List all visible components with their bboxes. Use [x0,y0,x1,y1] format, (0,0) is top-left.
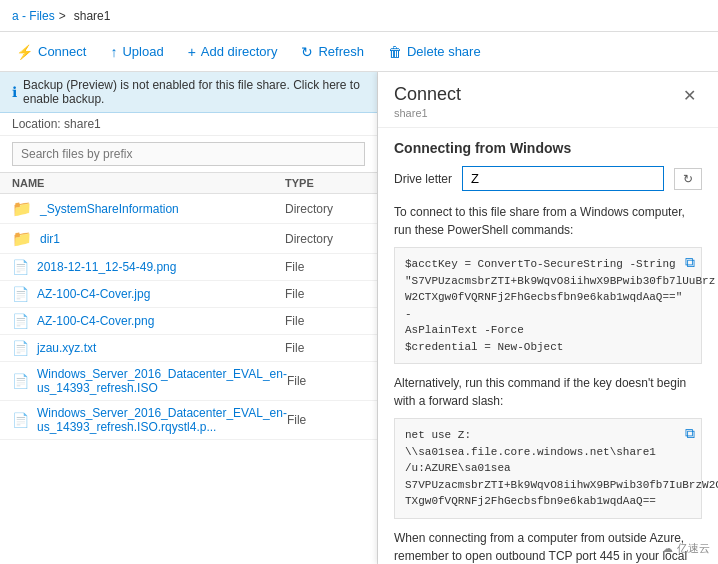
watermark-icon: ☁ [662,542,673,555]
connect-panel: Connect share1 ✕ Connecting from Windows… [378,72,718,564]
windows-section: Connecting from Windows Drive letter ↻ T… [394,140,702,564]
search-bar [0,136,377,173]
file-type: File [287,374,367,388]
toolbar: ⚡ Connect ↑ Upload + Add directory ↻ Ref… [0,32,718,72]
drive-letter-row: Drive letter ↻ [394,166,702,191]
drive-letter-refresh-button[interactable]: ↻ [674,168,702,190]
file-name: Windows_Server_2016_Datacenter_EVAL_en-u… [37,367,287,395]
table-row[interactable]: 📄Windows_Server_2016_Datacenter_EVAL_en-… [0,362,377,401]
location-label: Location: [12,117,61,131]
table-row[interactable]: 📄2018-12-11_12-54-49.pngFile [0,254,377,281]
file-icon: 📄 [12,286,29,302]
file-icon: 📄 [12,373,29,389]
file-type: File [285,314,365,328]
powershell-code-text: $acctKey = ConvertTo-SecureString -Strin… [405,258,715,353]
file-name: _SystemShareInformation [40,202,179,216]
breadcrumb-separator: > [59,9,66,23]
drive-letter-input[interactable] [462,166,664,191]
net-use-code-block: net use Z: \\sa01sea.file.core.windows.n… [394,418,702,519]
table-row[interactable]: 📄jzau.xyz.txtFile [0,335,377,362]
refresh-button[interactable]: ↻ Refresh [297,42,368,62]
upload-button[interactable]: ↑ Upload [106,42,167,62]
close-button[interactable]: ✕ [677,84,702,107]
net-use-code-text: net use Z: \\sa01sea.file.core.windows.n… [405,429,718,507]
column-type: TYPE [285,177,365,189]
file-name: Windows_Server_2016_Datacenter_EVAL_en-u… [37,406,287,434]
table-row[interactable]: 📄AZ-100-C4-Cover.pngFile [0,308,377,335]
folder-icon: 📁 [12,199,32,218]
file-name: AZ-100-C4-Cover.png [37,314,154,328]
breadcrumb: a - Files > share1 [0,0,718,32]
info-banner-text: Backup (Preview) is not enabled for this… [23,78,365,106]
file-type: File [287,413,367,427]
windows-desc2: Alternatively, run this command if the k… [394,374,702,410]
search-input[interactable] [12,142,365,166]
windows-section-title: Connecting from Windows [394,140,702,156]
refresh-icon: ↻ [301,44,313,60]
connect-button[interactable]: ⚡ Connect [12,42,90,62]
file-icon: 📄 [12,259,29,275]
file-name: AZ-100-C4-Cover.jpg [37,287,150,301]
location-bar: Location: share1 [0,113,377,136]
file-icon: 📄 [12,340,29,356]
table-row[interactable]: 📁dir1Directory [0,224,377,254]
file-type: File [285,287,365,301]
column-name: NAME [12,177,285,189]
file-type: Directory [285,202,365,216]
upload-label: Upload [122,44,163,59]
main-content: ℹ Backup (Preview) is not enabled for th… [0,72,718,564]
file-type: Directory [285,232,365,246]
connect-header-text: Connect share1 [394,84,461,119]
delete-share-label: Delete share [407,44,481,59]
windows-desc1: To connect to this file share from a Win… [394,203,702,239]
copy-powershell-button[interactable]: ⧉ [685,254,695,271]
powershell-code-block: $acctKey = ConvertTo-SecureString -Strin… [394,247,702,364]
add-directory-label: Add directory [201,44,278,59]
location-value: share1 [64,117,101,131]
info-banner[interactable]: ℹ Backup (Preview) is not enabled for th… [0,72,377,113]
watermark: ☁ 亿速云 [662,541,710,556]
connect-subtitle: share1 [394,107,461,119]
table-row[interactable]: 📄Windows_Server_2016_Datacenter_EVAL_en-… [0,401,377,440]
file-table-header: NAME TYPE [0,173,377,194]
connect-title: Connect [394,84,461,105]
refresh-label: Refresh [318,44,364,59]
file-type: File [285,260,365,274]
file-table: NAME TYPE 📁_SystemShareInformationDirect… [0,173,377,564]
file-icon: 📄 [12,313,29,329]
connect-body: Connecting from Windows Drive letter ↻ T… [378,128,718,564]
drive-letter-label: Drive letter [394,172,452,186]
folder-icon: 📁 [12,229,32,248]
upload-icon: ↑ [110,44,117,60]
add-directory-button[interactable]: + Add directory [184,42,282,62]
delete-icon: 🗑 [388,44,402,60]
breadcrumb-current: share1 [74,9,111,23]
file-type: File [285,341,365,355]
info-icon: ℹ [12,84,17,100]
file-panel: ℹ Backup (Preview) is not enabled for th… [0,72,378,564]
file-name: dir1 [40,232,60,246]
table-row[interactable]: 📄AZ-100-C4-Cover.jpgFile [0,281,377,308]
windows-warning: When connecting from a computer from out… [394,529,702,565]
connect-icon: ⚡ [16,44,33,60]
table-row[interactable]: 📁_SystemShareInformationDirectory [0,194,377,224]
file-name: jzau.xyz.txt [37,341,96,355]
file-name: 2018-12-11_12-54-49.png [37,260,176,274]
watermark-text: 亿速云 [677,541,710,556]
delete-share-button[interactable]: 🗑 Delete share [384,42,485,62]
connect-header: Connect share1 ✕ [378,72,718,128]
connect-label: Connect [38,44,86,59]
file-icon: 📄 [12,412,29,428]
breadcrumb-files-link[interactable]: a - Files [12,9,55,23]
add-icon: + [188,44,196,60]
copy-net-use-button[interactable]: ⧉ [685,425,695,442]
